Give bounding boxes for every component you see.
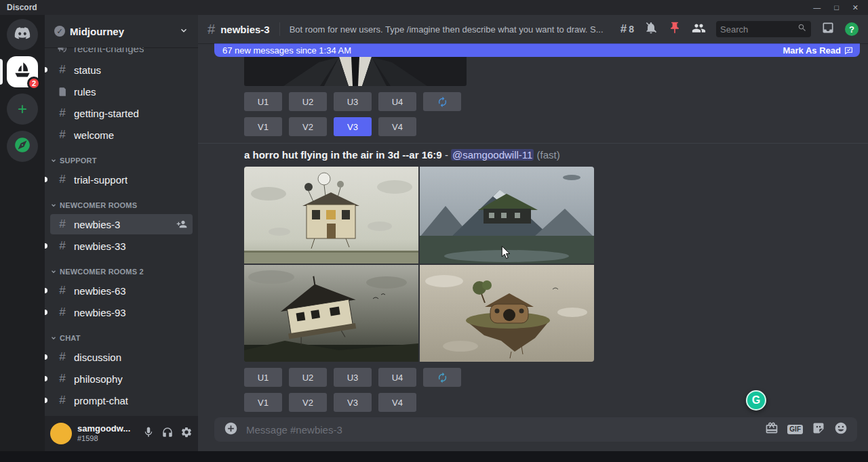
category-newcomer-rooms[interactable]: NEWCOMER ROOMS [50,196,193,214]
notifications-muted-icon[interactable] [644,21,658,37]
v2-button[interactable]: V2 [289,393,327,412]
hash-icon: # [56,239,69,253]
channel-label: getting-started [74,108,139,119]
generated-image-grid[interactable] [244,167,594,362]
generated-image-cell-3[interactable] [244,265,418,362]
sidebar-item-philosophy[interactable]: # philosophy [50,369,193,389]
message-composer[interactable]: GIF [214,417,857,442]
sidebar-item-newbies-63[interactable]: # newbies-63 [50,280,193,301]
member-list-icon[interactable] [692,21,706,38]
sidebar-item-rules[interactable]: rules [50,81,193,102]
megaphone-icon [56,47,69,54]
u4-button[interactable]: U4 [378,92,416,111]
v4-button[interactable]: V4 [378,393,416,412]
channel-list[interactable]: recent-changes # status rules # getting-… [45,47,198,416]
app-title: Discord [7,3,37,12]
unread-indicator [45,243,47,249]
close-button[interactable]: ✕ [852,0,859,15]
sidebar-item-recent-changes[interactable]: recent-changes [50,47,193,58]
rules-icon [56,87,69,97]
unread-indicator [45,376,47,381]
unread-indicator [45,288,47,293]
u4-button[interactable]: U4 [378,368,416,387]
create-invite-icon[interactable] [176,219,187,230]
app-body: 2 + ✓ Midjourney [0,15,868,451]
previous-generated-image[interactable] [244,57,467,86]
gif-picker-icon[interactable]: GIF [787,425,803,434]
minimize-button[interactable]: — [813,0,821,15]
chat-area[interactable]: U1 U2 U3 U4 V1 V2 V3 V4 a hor [198,57,868,415]
prompt-text: a horro hut flying in the air in 3d --ar… [244,149,442,161]
v2-button[interactable]: V2 [289,117,327,136]
search-box [716,21,811,37]
reroll-button[interactable] [423,368,461,387]
sidebar-item-trial-support[interactable]: # trial-support [50,169,193,190]
avatar[interactable] [50,423,72,444]
mic-icon[interactable] [142,426,155,441]
generated-image-cell-4[interactable] [420,265,594,362]
search-input[interactable] [720,24,795,35]
sidebar-item-prompt-chat[interactable]: # prompt-chat [50,390,193,411]
gift-icon[interactable] [765,421,778,438]
v3-button[interactable]: V3 [334,393,372,412]
server-icon-midjourney[interactable]: 2 [7,56,38,87]
headphones-icon[interactable] [161,426,174,441]
user-meta[interactable]: samgoodw... #1598 [77,424,130,443]
sidebar-item-newbies-3[interactable]: # newbies-3 [50,214,193,234]
sidebar-item-welcome[interactable]: # welcome [50,125,193,145]
channel-topic[interactable]: Bot room for new users. Type /imagine th… [290,24,615,35]
chevron-down-icon [50,157,57,164]
generated-image-cell-2[interactable] [420,167,594,264]
server-rail: 2 + [0,15,45,451]
v1-button[interactable]: V1 [244,117,282,136]
u1-button[interactable]: U1 [244,368,282,387]
emoji-icon[interactable] [834,421,848,438]
discord-logo-icon [14,24,31,45]
u2-button[interactable]: U2 [289,92,327,111]
category-label: SUPPORT [60,156,97,165]
u1-button[interactable]: U1 [244,92,282,111]
category-support[interactable]: SUPPORT [50,152,193,169]
upscale-button-row-previous: U1 U2 U3 U4 [244,92,868,111]
hash-icon: # [56,284,69,297]
category-newcomer-rooms-2[interactable]: NEWCOMER ROOMS 2 [50,263,193,280]
chevron-down-icon [50,268,57,275]
refresh-icon [437,372,448,383]
sidebar-item-newbies-33[interactable]: # newbies-33 [50,236,193,256]
home-button[interactable] [7,19,38,50]
mark-as-read-button[interactable]: Mark As Read [783,45,854,56]
v3-button-selected[interactable]: V3 [334,117,372,136]
v1-button[interactable]: V1 [244,393,282,412]
sidebar-item-newbies-93[interactable]: # newbies-93 [50,302,193,322]
pinned-messages-icon[interactable] [668,21,682,37]
new-messages-bar[interactable]: 67 new messages since 1:34 AM Mark As Re… [214,43,860,57]
chevron-down-icon [179,26,189,37]
reroll-button[interactable] [423,92,461,111]
author-mention[interactable]: @samgoodwill-11 [451,149,534,161]
grammarly-badge[interactable]: G [746,390,766,411]
inbox-icon[interactable] [821,21,835,37]
attach-plus-icon[interactable] [224,421,238,438]
generated-image-cell-1[interactable] [244,167,418,264]
explore-servers-button[interactable] [7,131,38,162]
sidebar-item-discussion[interactable]: # discussion [50,347,193,367]
sidebar-item-getting-started[interactable]: # getting-started [50,103,193,123]
message-input[interactable] [246,424,757,436]
u3-button[interactable]: U3 [334,368,372,387]
titlebar: Discord — □ ✕ [0,0,868,15]
threads-button[interactable]: # 8 [620,22,634,36]
add-server-button[interactable]: + [7,93,38,125]
channel-label: rules [74,86,96,98]
sticker-icon[interactable] [812,421,825,438]
server-header[interactable]: ✓ Midjourney [45,15,198,47]
user-panel: samgoodw... #1598 [45,416,198,451]
gear-icon[interactable] [180,426,193,441]
maximize-button[interactable]: □ [834,0,839,15]
category-chat[interactable]: CHAT [50,329,193,347]
u3-button[interactable]: U3 [334,92,372,111]
sidebar-item-status[interactable]: # status [50,60,193,80]
help-icon[interactable]: ? [845,22,859,36]
u2-button[interactable]: U2 [289,368,327,387]
separator: - [445,149,448,161]
v4-button[interactable]: V4 [378,117,416,136]
